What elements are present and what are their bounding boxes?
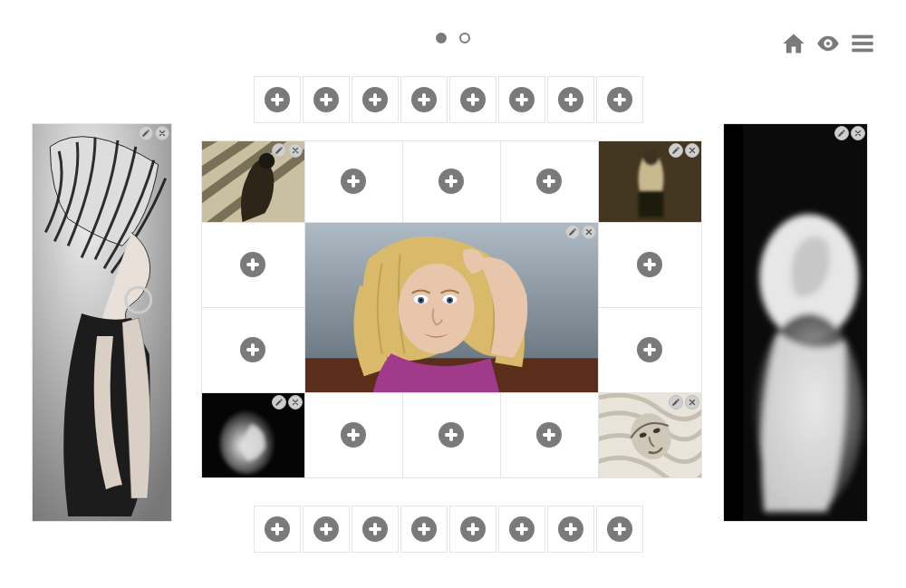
add-slot[interactable] xyxy=(400,76,448,123)
plus-icon xyxy=(411,516,437,542)
add-slot[interactable] xyxy=(498,76,545,123)
svg-rect-0 xyxy=(852,35,872,39)
plus-icon xyxy=(240,337,265,362)
plus-icon xyxy=(607,516,632,542)
edit-button[interactable] xyxy=(669,395,683,410)
add-slot[interactable] xyxy=(352,506,399,553)
add-slot[interactable] xyxy=(498,506,545,553)
remove-button[interactable] xyxy=(155,126,169,140)
plus-icon xyxy=(509,516,535,542)
add-slot[interactable] xyxy=(598,222,702,308)
plus-icon xyxy=(341,422,366,448)
page-dot-2[interactable] xyxy=(459,33,470,43)
image-controls xyxy=(834,126,865,140)
grid-image-bottom-left[interactable] xyxy=(201,392,305,478)
plus-icon xyxy=(439,169,464,194)
svg-point-29 xyxy=(448,299,451,302)
add-slot[interactable] xyxy=(500,140,599,223)
remove-button[interactable] xyxy=(685,143,699,158)
svg-point-19 xyxy=(642,149,659,165)
side-image-right[interactable] xyxy=(723,123,868,522)
page-dot-1[interactable] xyxy=(436,33,447,43)
add-slot[interactable] xyxy=(201,307,305,393)
plus-icon xyxy=(637,337,662,362)
plus-icon xyxy=(536,422,562,448)
remove-button[interactable] xyxy=(582,225,596,239)
add-slot[interactable] xyxy=(254,76,301,123)
grid-image-top-left[interactable] xyxy=(201,140,305,223)
image-controls xyxy=(272,395,303,410)
plus-icon xyxy=(509,87,535,112)
add-slot[interactable] xyxy=(598,307,702,393)
plus-icon xyxy=(313,87,339,112)
svg-rect-20 xyxy=(638,190,663,217)
add-slot[interactable] xyxy=(402,140,501,223)
plus-icon xyxy=(240,252,265,277)
add-slot[interactable] xyxy=(201,222,305,308)
plus-icon xyxy=(265,516,290,542)
edit-button[interactable] xyxy=(834,126,849,140)
svg-point-28 xyxy=(419,299,422,302)
svg-rect-7 xyxy=(724,124,743,521)
plus-icon xyxy=(411,87,437,112)
add-slot[interactable] xyxy=(449,76,496,123)
add-slot[interactable] xyxy=(303,506,350,553)
menu-icon[interactable] xyxy=(850,31,875,56)
plus-icon xyxy=(362,87,388,112)
add-slot[interactable] xyxy=(547,506,594,553)
add-slot[interactable] xyxy=(304,392,403,478)
slot-strip-bottom xyxy=(254,506,643,553)
edit-button[interactable] xyxy=(565,225,580,239)
add-slot[interactable] xyxy=(547,76,594,123)
add-slot[interactable] xyxy=(500,392,599,478)
remove-button[interactable] xyxy=(685,395,699,410)
edit-button[interactable] xyxy=(669,143,683,158)
grid-image-top-right[interactable] xyxy=(598,140,702,223)
remove-button[interactable] xyxy=(288,143,303,158)
plus-icon xyxy=(313,516,339,542)
add-slot[interactable] xyxy=(304,140,403,223)
add-slot[interactable] xyxy=(596,76,643,123)
plus-icon xyxy=(341,169,366,194)
svg-rect-1 xyxy=(852,42,872,45)
edit-button[interactable] xyxy=(272,143,286,158)
plus-icon xyxy=(439,422,464,448)
plus-icon xyxy=(637,252,662,277)
plus-icon xyxy=(536,169,562,194)
remove-button[interactable] xyxy=(851,126,865,140)
grid-image-center[interactable] xyxy=(304,222,599,393)
edit-button[interactable] xyxy=(272,395,286,410)
svg-point-23 xyxy=(398,263,474,353)
pagination-dots xyxy=(436,33,470,43)
plus-icon xyxy=(607,87,632,112)
image-controls xyxy=(669,395,699,410)
plus-icon xyxy=(362,516,388,542)
add-slot[interactable] xyxy=(400,506,448,553)
add-slot[interactable] xyxy=(303,76,350,123)
plus-icon xyxy=(265,87,290,112)
edit-button[interactable] xyxy=(139,126,153,140)
plus-icon xyxy=(558,87,583,112)
svg-rect-2 xyxy=(852,49,872,53)
plus-icon xyxy=(558,516,583,542)
center-grid xyxy=(201,140,701,485)
image-controls xyxy=(669,143,699,158)
add-slot[interactable] xyxy=(352,76,399,123)
add-slot[interactable] xyxy=(449,506,496,553)
add-slot[interactable] xyxy=(254,506,301,553)
eye-icon[interactable] xyxy=(815,31,841,56)
side-image-left[interactable] xyxy=(32,123,172,522)
add-slot[interactable] xyxy=(402,392,501,478)
top-toolbar xyxy=(781,31,875,56)
home-icon[interactable] xyxy=(781,31,806,56)
slot-strip-top xyxy=(254,76,643,123)
image-controls xyxy=(272,143,303,158)
remove-button[interactable] xyxy=(288,395,303,410)
add-slot[interactable] xyxy=(596,506,643,553)
plus-icon xyxy=(460,516,486,542)
grid-image-bottom-right[interactable] xyxy=(598,392,702,478)
image-controls xyxy=(565,225,596,239)
image-controls xyxy=(139,126,169,140)
plus-icon xyxy=(460,87,486,112)
